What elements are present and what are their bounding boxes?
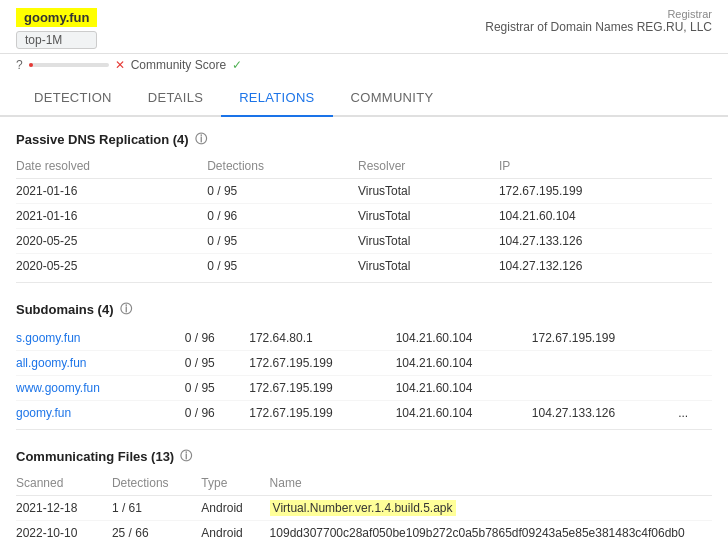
registrar-section: Registrar Registrar of Domain Names REG.… bbox=[485, 8, 712, 34]
table-row: 2020-05-25 0 / 95 VirusTotal 104.27.133.… bbox=[16, 229, 712, 254]
table-row: all.goomy.fun 0 / 95 172.67.195.199 104.… bbox=[16, 351, 712, 376]
x-icon: ✕ bbox=[115, 58, 125, 72]
subdomain-ip1-cell: 172.67.195.199 bbox=[249, 401, 395, 426]
subdomains-table: s.goomy.fun 0 / 96 172.64.80.1 104.21.60… bbox=[16, 326, 712, 425]
tab-detection[interactable]: DETECTION bbox=[16, 80, 130, 117]
table-row: 2021-01-16 0 / 95 VirusTotal 172.67.195.… bbox=[16, 179, 712, 204]
type-cell: Android bbox=[201, 496, 269, 521]
domain-section: goomy.fun top-1M bbox=[16, 8, 97, 49]
subdomains-header: Subdomains (4) ⓘ bbox=[16, 287, 712, 326]
communicating-files-table: Scanned Detections Type Name 2021-12-18 … bbox=[16, 473, 712, 541]
detections-cell: 0 / 96 bbox=[207, 204, 358, 229]
detections-cell: 0 / 95 bbox=[207, 229, 358, 254]
resolver-cell: VirusTotal bbox=[358, 229, 499, 254]
resolver-cell: VirusTotal bbox=[358, 204, 499, 229]
name-cell: Virtual.Number.ver.1.4.build.5.apk bbox=[270, 496, 712, 521]
table-row: www.goomy.fun 0 / 95 172.67.195.199 104.… bbox=[16, 376, 712, 401]
col-ip: IP bbox=[499, 156, 712, 179]
col-date-resolved: Date resolved bbox=[16, 156, 207, 179]
ip-cell: 104.27.133.126 bbox=[499, 229, 712, 254]
subdomains-info-icon[interactable]: ⓘ bbox=[120, 301, 132, 318]
subdomain-name-cell[interactable]: www.goomy.fun bbox=[16, 376, 185, 401]
col-resolver: Resolver bbox=[358, 156, 499, 179]
passive-dns-header: Passive DNS Replication (4) ⓘ bbox=[16, 117, 712, 156]
subdomain-ip3-cell: 172.67.195.199 bbox=[532, 326, 678, 351]
subdomain-ip1-cell: 172.67.195.199 bbox=[249, 351, 395, 376]
highlighted-name: Virtual.Number.ver.1.4.build.5.apk bbox=[270, 500, 456, 516]
ip-cell: 104.27.132.126 bbox=[499, 254, 712, 279]
date-cell: 2021-01-16 bbox=[16, 204, 207, 229]
question-icon: ? bbox=[16, 58, 23, 72]
ip-cell: 104.21.60.104 bbox=[499, 204, 712, 229]
communicating-files-info-icon[interactable]: ⓘ bbox=[180, 448, 192, 465]
check-icon: ✓ bbox=[232, 58, 242, 72]
col-name: Name bbox=[270, 473, 712, 496]
table-row: 2021-01-16 0 / 96 VirusTotal 104.21.60.1… bbox=[16, 204, 712, 229]
subdomain-detections-cell: 0 / 96 bbox=[185, 401, 249, 426]
col-type: Type bbox=[201, 473, 269, 496]
resolver-cell: VirusTotal bbox=[358, 179, 499, 204]
detections-cell: 0 / 95 bbox=[207, 254, 358, 279]
table-row: 2020-05-25 0 / 95 VirusTotal 104.27.132.… bbox=[16, 254, 712, 279]
detections-cell: 1 / 61 bbox=[112, 496, 201, 521]
passive-dns-info-icon[interactable]: ⓘ bbox=[195, 131, 207, 148]
subdomain-ip2-cell: 104.21.60.104 bbox=[396, 351, 532, 376]
file-name: 109dd307700c28af050be109b272c0a5b7865df0… bbox=[270, 526, 685, 540]
subdomain-name-cell[interactable]: all.goomy.fun bbox=[16, 351, 185, 376]
subdomain-ip1-cell: 172.67.195.199 bbox=[249, 376, 395, 401]
detections-cell: 25 / 66 bbox=[112, 521, 201, 542]
subdomain-extra-cell bbox=[678, 351, 712, 376]
community-score-label: Community Score bbox=[131, 58, 226, 72]
subdomain-name-cell[interactable]: s.goomy.fun bbox=[16, 326, 185, 351]
registrar-label: Registrar bbox=[485, 8, 712, 20]
table-row: 2022-10-10 25 / 66 Android 109dd307700c2… bbox=[16, 521, 712, 542]
subdomain-ip2-cell: 104.21.60.104 bbox=[396, 326, 532, 351]
subdomain-detections-cell: 0 / 95 bbox=[185, 351, 249, 376]
tab-community[interactable]: COMMUNITY bbox=[333, 80, 452, 117]
name-cell: 109dd307700c28af050be109b272c0a5b7865df0… bbox=[270, 521, 712, 542]
domain-badge: goomy.fun bbox=[16, 8, 97, 27]
subdomain-ip2-cell: 104.21.60.104 bbox=[396, 376, 532, 401]
main-content: Passive DNS Replication (4) ⓘ Date resol… bbox=[0, 117, 728, 541]
communicating-files-header: Communicating Files (13) ⓘ bbox=[16, 434, 712, 473]
passive-dns-table: Date resolved Detections Resolver IP 202… bbox=[16, 156, 712, 278]
subdomain-detections-cell: 0 / 95 bbox=[185, 376, 249, 401]
col-scanned: Scanned bbox=[16, 473, 112, 496]
divider-1 bbox=[16, 282, 712, 283]
subdomain-ip3-cell: 104.27.133.126 bbox=[532, 401, 678, 426]
score-bar bbox=[29, 63, 109, 67]
subdomain-ip3-cell bbox=[532, 351, 678, 376]
date-cell: 2021-01-16 bbox=[16, 179, 207, 204]
table-row: 2021-12-18 1 / 61 Android Virtual.Number… bbox=[16, 496, 712, 521]
col-detections-f: Detections bbox=[112, 473, 201, 496]
subdomain-ip3-cell bbox=[532, 376, 678, 401]
subdomain-extra-cell: ... bbox=[678, 401, 712, 426]
scanned-cell: 2021-12-18 bbox=[16, 496, 112, 521]
subdomain-ip1-cell: 172.64.80.1 bbox=[249, 326, 395, 351]
table-row: goomy.fun 0 / 96 172.67.195.199 104.21.6… bbox=[16, 401, 712, 426]
top-bar: goomy.fun top-1M Registrar Registrar of … bbox=[0, 0, 728, 54]
subdomain-detections-cell: 0 / 96 bbox=[185, 326, 249, 351]
subdomain-extra-cell bbox=[678, 326, 712, 351]
date-cell: 2020-05-25 bbox=[16, 254, 207, 279]
tag-badge: top-1M bbox=[16, 31, 97, 49]
community-score-bar: ? ✕ Community Score ✓ bbox=[0, 54, 728, 76]
score-bar-fill bbox=[29, 63, 33, 67]
tab-relations[interactable]: RELATIONS bbox=[221, 80, 332, 117]
subdomain-extra-cell bbox=[678, 376, 712, 401]
tab-details[interactable]: DETAILS bbox=[130, 80, 221, 117]
col-detections: Detections bbox=[207, 156, 358, 179]
table-row: s.goomy.fun 0 / 96 172.64.80.1 104.21.60… bbox=[16, 326, 712, 351]
registrar-name: Registrar of Domain Names REG.RU, LLC bbox=[485, 20, 712, 34]
detections-cell: 0 / 95 bbox=[207, 179, 358, 204]
subdomain-ip2-cell: 104.21.60.104 bbox=[396, 401, 532, 426]
ip-cell: 172.67.195.199 bbox=[499, 179, 712, 204]
divider-2 bbox=[16, 429, 712, 430]
scanned-cell: 2022-10-10 bbox=[16, 521, 112, 542]
date-cell: 2020-05-25 bbox=[16, 229, 207, 254]
type-cell: Android bbox=[201, 521, 269, 542]
resolver-cell: VirusTotal bbox=[358, 254, 499, 279]
tabs-bar: DETECTION DETAILS RELATIONS COMMUNITY bbox=[0, 80, 728, 117]
subdomain-name-cell[interactable]: goomy.fun bbox=[16, 401, 185, 426]
